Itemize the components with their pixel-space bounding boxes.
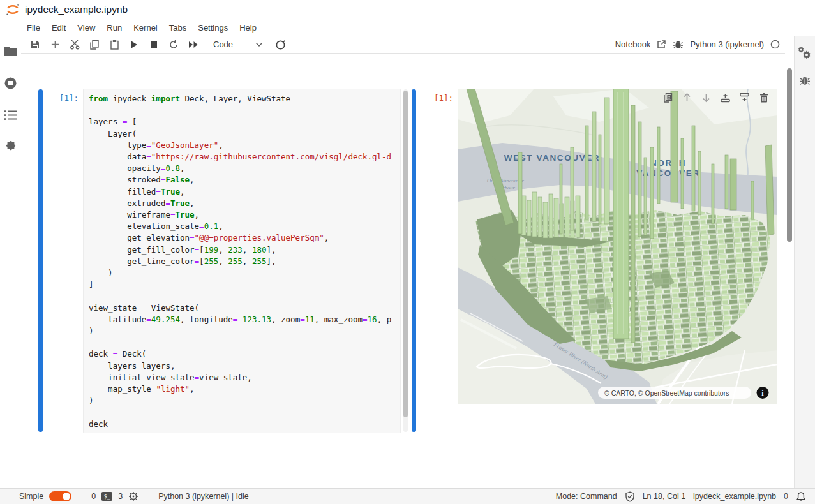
cell-type-dropdown[interactable]: Code bbox=[208, 38, 267, 52]
cut-cells-button[interactable] bbox=[69, 39, 80, 50]
input-prompt: [1]: bbox=[36, 93, 79, 103]
code-editor[interactable]: from ipydeck import Deck, Layer, ViewSta… bbox=[83, 89, 401, 433]
insert-cell-button[interactable] bbox=[49, 39, 61, 50]
kernel-activity-icon[interactable] bbox=[275, 39, 287, 50]
terminals-count: 0 bbox=[91, 492, 96, 501]
mode-indicator[interactable]: Mode: Command bbox=[556, 492, 617, 501]
cursor-position[interactable]: Ln 18, Col 1 bbox=[643, 492, 685, 501]
menu-edit[interactable]: Edit bbox=[46, 20, 71, 35]
cell-type-value: Code bbox=[213, 40, 233, 49]
menu-view[interactable]: View bbox=[71, 20, 101, 35]
menu-kernel[interactable]: Kernel bbox=[128, 20, 163, 35]
document-title: ipydeck_example.ipynb bbox=[25, 4, 128, 15]
jupyter-logo-icon bbox=[6, 3, 20, 17]
kernel-status-text[interactable]: Python 3 (ipykernel) | Idle bbox=[158, 492, 249, 501]
property-inspector-icon[interactable] bbox=[798, 46, 812, 59]
deck-map-output[interactable]: WEST VANCOUVER NORTH VANCOUVER Outer Van… bbox=[458, 89, 777, 404]
menu-tabs[interactable]: Tabs bbox=[163, 20, 192, 35]
delete-cell-button[interactable] bbox=[758, 92, 769, 103]
notification-bell-icon[interactable] bbox=[796, 491, 806, 502]
notebook-scrollbar-thumb[interactable] bbox=[787, 68, 792, 242]
restart-run-all-button[interactable] bbox=[188, 39, 199, 50]
move-cell-down-button[interactable] bbox=[701, 92, 712, 103]
kernel-sessions-icon[interactable] bbox=[128, 491, 138, 501]
menu-help[interactable]: Help bbox=[234, 20, 262, 35]
left-sidebar bbox=[0, 36, 21, 488]
menu-settings[interactable]: Settings bbox=[192, 20, 234, 35]
paste-cells-button[interactable] bbox=[108, 39, 120, 50]
output-collapser[interactable] bbox=[412, 89, 416, 432]
run-cell-button[interactable] bbox=[128, 39, 140, 50]
notebook-scrollbar[interactable] bbox=[785, 54, 794, 488]
external-link-icon[interactable] bbox=[657, 40, 666, 49]
editor-scrollbar-thumb[interactable] bbox=[403, 91, 408, 417]
insert-cell-above-button[interactable] bbox=[720, 92, 731, 103]
toolbar-right-group: Notebook Python 3 (ipykernel) bbox=[615, 36, 780, 53]
copy-cells-button[interactable] bbox=[89, 39, 100, 50]
map-attribution: © CARTO, © OpenStreetMap contributors bbox=[604, 389, 729, 397]
extension-manager-icon[interactable] bbox=[4, 140, 17, 153]
insert-cell-below-button[interactable] bbox=[739, 92, 750, 103]
editor-scrollbar[interactable] bbox=[403, 89, 408, 432]
menu-file[interactable]: File bbox=[21, 20, 46, 35]
titlebar: ipydeck_example.ipynb bbox=[0, 0, 815, 19]
cell-hover-toolbar bbox=[662, 92, 769, 103]
statusbar-filename: ipydeck_example.ipynb bbox=[693, 492, 776, 501]
debugger-sidebar-icon[interactable] bbox=[799, 75, 811, 86]
notebook-toolbar: Code Notebook Python 3 (ipykernel) bbox=[21, 36, 785, 54]
kernel-idle-icon bbox=[770, 40, 780, 49]
chevron-down-icon bbox=[255, 42, 263, 47]
kernels-count: 3 bbox=[118, 492, 123, 501]
table-of-contents-icon[interactable] bbox=[4, 110, 17, 121]
toggle-knob bbox=[63, 493, 70, 500]
simple-mode-toggle[interactable] bbox=[49, 491, 71, 501]
statusbar: Simple 0 $_ 3 Python 3 (ipykernel) | Idl… bbox=[0, 488, 815, 504]
output-prompt: [1]: bbox=[415, 93, 453, 103]
stop-kernel-button[interactable] bbox=[148, 39, 160, 50]
save-button[interactable] bbox=[29, 39, 41, 50]
kernel-name[interactable]: Python 3 (ipykernel) bbox=[690, 40, 764, 49]
running-sessions-icon[interactable] bbox=[4, 77, 17, 90]
deck-map-canvas: WEST VANCOUVER NORTH VANCOUVER Outer Van… bbox=[458, 89, 777, 404]
trust-shield-icon[interactable] bbox=[625, 491, 635, 502]
restart-kernel-button[interactable] bbox=[168, 39, 179, 50]
right-sidebar bbox=[794, 36, 815, 488]
notifications-count: 0 bbox=[784, 492, 788, 501]
terminal-icon[interactable]: $_ bbox=[101, 492, 112, 501]
file-browser-icon[interactable] bbox=[4, 45, 17, 57]
code-lines: from ipydeck import Deck, Layer, ViewSta… bbox=[89, 93, 400, 430]
notebook-view-label: Notebook bbox=[615, 40, 651, 49]
move-cell-up-button[interactable] bbox=[682, 92, 692, 103]
duplicate-cell-button[interactable] bbox=[662, 92, 673, 103]
label-north-vancouver-1: NORTH bbox=[650, 158, 686, 168]
menubar: File Edit View Run Kernel Tabs Settings … bbox=[21, 20, 262, 36]
input-collapser[interactable] bbox=[38, 89, 43, 432]
menu-run[interactable]: Run bbox=[101, 20, 128, 35]
jupyter-notebook-window: ipydeck_example.ipynb File Edit View Run… bbox=[0, 0, 815, 504]
simple-mode-label: Simple bbox=[19, 492, 43, 501]
debugger-bug-icon[interactable] bbox=[673, 40, 684, 50]
